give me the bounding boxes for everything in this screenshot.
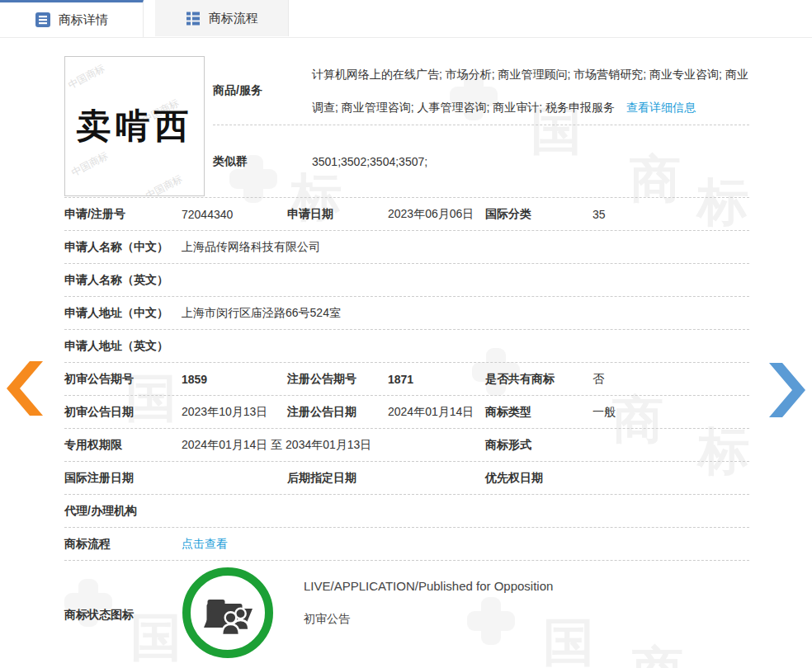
tab-trademark-process[interactable]: 商标流程: [155, 0, 289, 36]
applicant-name-cn: 上海品传网络科技有限公司: [182, 240, 320, 255]
goods-services-row: 商品/服务 计算机网络上的在线广告; 市场分析; 商业管理顾问; 市场营销研究;…: [213, 56, 749, 125]
trademark-image[interactable]: 中国商标 中国商标 中国商标 中国商标 卖啃西: [64, 56, 205, 196]
trademark-status-icon: [180, 565, 276, 663]
field-label: 国际分类: [485, 207, 531, 222]
tab-bar: 商标详情 商标流程: [0, 0, 812, 38]
goods-services-block: 商品/服务 计算机网络上的在线广告; 市场分析; 商业管理顾问; 市场营销研究;…: [213, 56, 749, 197]
trademark-type: 一般: [592, 405, 616, 420]
field-label: 商标类型: [485, 405, 531, 420]
view-details-link[interactable]: 查看详细信息: [626, 101, 696, 114]
field-label: 专用权期限: [64, 438, 122, 453]
table-row-gazette-dates: 初审公告日期 2023年10月13日 注册公告日期 2024年01月14日 商标…: [64, 396, 749, 429]
table-row-registration: 申请/注册号 72044340 申请日期 2023年06月06日 国际分类 35: [64, 198, 749, 231]
table-row-validity-period: 专用权期限 2024年01月14日 至 2034年01月13日 商标形式: [64, 429, 749, 462]
trademark-detail-page: 国 商 标 标 国 商 标 国 国 商 商标详情: [0, 0, 812, 668]
next-record-arrow[interactable]: [769, 363, 805, 417]
goods-services-value: 计算机网络上的在线广告; 市场分析; 商业管理顾问; 市场营销研究; 商业专业咨…: [312, 58, 749, 124]
click-to-view-link[interactable]: 点击查看: [182, 537, 228, 550]
table-row-applicant-address-en: 申请人地址（英文）: [64, 330, 749, 363]
trademark-name-text: 卖啃西: [65, 57, 204, 195]
field-label: 代理/办理机构: [64, 504, 137, 519]
folder-people-badge-icon: [180, 565, 276, 661]
table-row-applicant-name-cn: 申请人名称（中文） 上海品传网络科技有限公司: [64, 231, 749, 264]
table-row-applicant-name-en: 申请人名称（英文）: [64, 264, 749, 297]
table-row-applicant-address-cn: 申请人地址（中文） 上海市闵行区庙泾路66号524室: [64, 297, 749, 330]
field-label: 国际注册日期: [64, 471, 134, 486]
status-line-chinese: 初审公告: [304, 612, 350, 627]
shared-trademark-flag: 否: [592, 372, 604, 387]
chevron-left-icon: [7, 361, 43, 416]
trademark-summary-section: 中国商标 中国商标 中国商标 中国商标 卖啃西 商品/服务 计算机网络上的在线广…: [64, 56, 749, 198]
applicant-address-cn: 上海市闵行区庙泾路66号524室: [182, 306, 341, 321]
similar-group-label: 类似群: [213, 154, 312, 169]
field-label: 商标流程: [64, 537, 111, 552]
table-row-status: 商标状态图标: [64, 561, 749, 668]
field-label: 初审公告期号: [64, 372, 134, 387]
field-label: 初审公告日期: [64, 405, 134, 420]
field-label: 商标形式: [485, 438, 531, 453]
table-row-gazette-numbers: 初审公告期号 1859 注册公告期号 1871 是否共有商标 否: [64, 363, 749, 396]
tab-label: 商标流程: [209, 11, 258, 26]
chevron-right-icon: [769, 363, 805, 417]
application-number: 72044340: [182, 208, 233, 221]
field-label: 优先权日期: [485, 471, 543, 486]
registration-gazette-date: 2024年01月14日: [388, 405, 474, 420]
preliminary-gazette-date: 2023年10月13日: [182, 405, 267, 420]
trademark-detail-table: 申请/注册号 72044340 申请日期 2023年06月06日 国际分类 35…: [64, 198, 749, 668]
tab-label: 商标详情: [59, 12, 108, 28]
tab-trademark-detail[interactable]: 商标详情: [0, 0, 144, 37]
registration-gazette-number: 1871: [388, 373, 413, 386]
application-date: 2023年06月06日: [388, 207, 474, 222]
goods-services-label: 商品/服务: [213, 83, 312, 98]
table-row-agent: 代理/办理机构: [64, 495, 749, 528]
status-line-english: LIVE/APPLICATION/Published for Oppositio…: [304, 579, 553, 593]
field-label: 申请人名称（中文）: [64, 240, 168, 255]
field-label: 注册公告期号: [287, 372, 356, 387]
validity-period: 2024年01月14日 至 2034年01月13日: [182, 438, 371, 453]
field-label: 是否共有商标: [485, 372, 555, 387]
previous-record-arrow[interactable]: [7, 361, 43, 416]
preliminary-gazette-number: 1859: [182, 373, 207, 386]
status-icon-label: 商标状态图标: [64, 608, 134, 623]
field-label: 注册公告日期: [287, 405, 356, 420]
field-label: 申请人名称（英文）: [64, 273, 168, 288]
field-label: 申请日期: [287, 207, 333, 222]
table-row-trademark-flow: 商标流程 点击查看: [64, 528, 749, 561]
table-row-international-dates: 国际注册日期 后期指定日期 优先权日期: [64, 462, 749, 495]
international-class: 35: [592, 208, 606, 221]
field-label: 申请人地址（英文）: [64, 339, 168, 354]
field-label: 后期指定日期: [287, 471, 356, 486]
similar-group-value: 3501;3502;3504;3507;: [312, 145, 749, 178]
similar-group-row: 类似群 3501;3502;3504;3507;: [213, 125, 749, 197]
field-label: 申请人地址（中文）: [64, 306, 168, 321]
process-list-icon: [185, 10, 201, 26]
detail-list-icon: [35, 12, 51, 28]
field-label: 申请/注册号: [64, 207, 125, 222]
